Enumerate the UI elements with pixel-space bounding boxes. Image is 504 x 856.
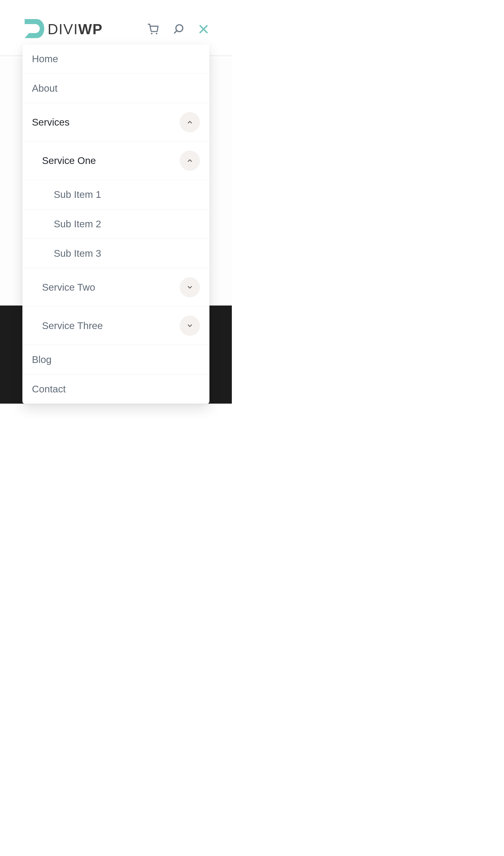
chevron-up-icon [186, 119, 193, 125]
svg-line-3 [175, 31, 177, 33]
menu-item-label: Service Three [42, 320, 180, 331]
close-icon[interactable] [198, 23, 210, 35]
menu-item-services[interactable]: Services [22, 103, 210, 141]
svg-point-0 [151, 33, 152, 34]
logo-text: DIVIWP [48, 21, 103, 37]
menu-item-service-two[interactable]: Service Two [22, 268, 210, 307]
collapse-toggle[interactable] [180, 112, 200, 132]
menu-item-label: Home [32, 53, 200, 65]
header-icons [147, 23, 210, 35]
menu-item-label: Services [32, 117, 180, 128]
menu-item-contact[interactable]: Contact [22, 375, 210, 404]
menu-item-label: Service Two [42, 282, 180, 293]
svg-point-1 [156, 33, 157, 34]
expand-toggle[interactable] [180, 315, 200, 336]
menu-item-blog[interactable]: Blog [22, 345, 210, 375]
menu-item-sub-2[interactable]: Sub Item 2 [22, 209, 210, 239]
menu-item-about[interactable]: About [22, 74, 210, 103]
menu-item-label: About [32, 83, 200, 94]
menu-item-label: Contact [32, 383, 200, 395]
expand-toggle[interactable] [180, 277, 200, 297]
chevron-down-icon [186, 322, 193, 329]
menu-item-sub-3[interactable]: Sub Item 3 [22, 239, 210, 268]
menu-item-label: Sub Item 3 [54, 248, 200, 259]
menu-item-home[interactable]: Home [22, 44, 210, 74]
menu-item-service-one[interactable]: Service One [22, 141, 210, 180]
site-logo[interactable]: DIVIWP [22, 17, 103, 41]
logo-mark-icon [22, 17, 46, 41]
menu-item-label: Blog [32, 354, 200, 365]
menu-item-label: Service One [42, 155, 180, 166]
chevron-up-icon [186, 157, 193, 164]
mobile-menu-dropdown: Home About Services Service One Sub Item… [22, 44, 210, 404]
cart-icon[interactable] [147, 23, 159, 35]
menu-item-label: Sub Item 1 [54, 189, 200, 200]
menu-item-sub-1[interactable]: Sub Item 1 [22, 180, 210, 209]
collapse-toggle[interactable] [180, 151, 200, 171]
chevron-down-icon [186, 284, 193, 291]
mobile-viewport: DIVIWP [0, 0, 232, 856]
menu-item-label: Sub Item 2 [54, 218, 200, 229]
menu-item-service-three[interactable]: Service Three [22, 307, 210, 345]
search-icon[interactable] [173, 23, 184, 35]
